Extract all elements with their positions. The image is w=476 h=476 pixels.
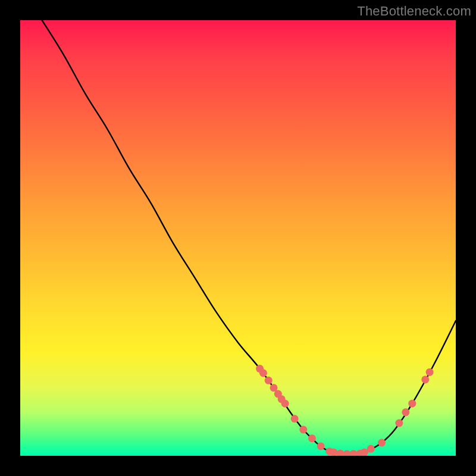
watermark-text: TheBottleneck.com [357,4,471,19]
curve-marker [281,400,289,408]
curve-markers [256,365,433,456]
curve-marker [421,375,429,383]
curve-marker [337,450,345,456]
curve-marker [426,368,434,376]
curve-marker [265,377,273,384]
curve-marker [402,408,409,416]
bottleneck-curve [42,20,456,454]
curve-marker [408,400,416,408]
curve-marker [378,439,386,447]
curve-marker [395,419,403,427]
curve-marker [343,450,351,456]
curve-marker [308,434,316,442]
curve-marker [299,426,307,434]
curve-marker [361,449,368,456]
curve-marker [367,445,375,453]
chart-frame: TheBottleneck.com [0,0,476,476]
curve-marker [259,369,267,377]
curve-marker [317,442,325,450]
plot-area [20,20,456,456]
chart-svg [20,20,456,456]
curve-marker [291,415,299,422]
curve-marker [349,450,357,456]
